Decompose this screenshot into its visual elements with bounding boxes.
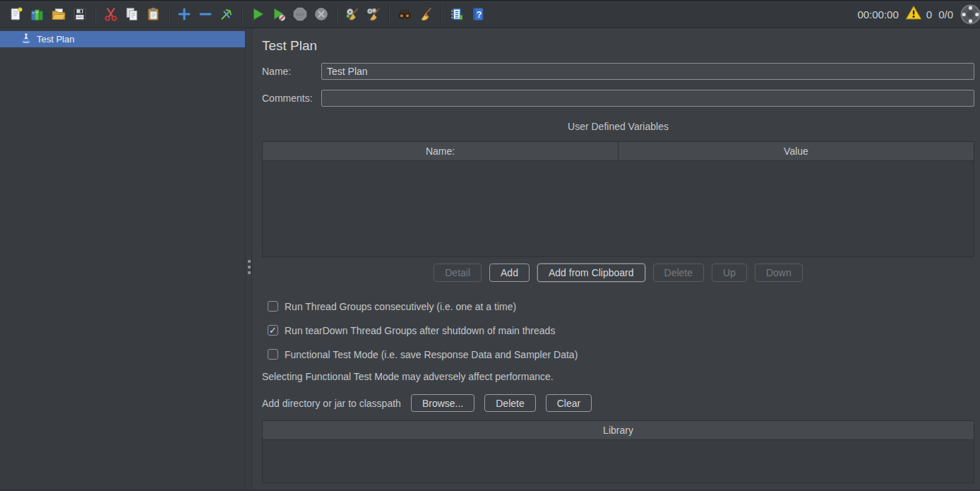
svg-text:?: ? xyxy=(477,10,482,20)
new-file-icon xyxy=(8,6,24,22)
toolbar-separator xyxy=(95,5,96,23)
udv-column-header-value: Value xyxy=(619,142,974,161)
functional-mode-checkbox[interactable] xyxy=(268,349,278,360)
clear-icon xyxy=(345,6,360,22)
thread-count: 0/0 xyxy=(938,8,953,20)
clear-button[interactable] xyxy=(342,4,363,25)
zoom-out-button[interactable] xyxy=(195,4,216,25)
save-button[interactable] xyxy=(69,4,90,25)
detail-button: Detail xyxy=(434,264,482,282)
paste-button[interactable] xyxy=(143,4,164,25)
delete-classpath-button[interactable]: Delete xyxy=(484,394,535,412)
cut-scissors-icon xyxy=(103,6,119,22)
open-folder-icon xyxy=(51,6,66,22)
paste-icon xyxy=(145,6,161,22)
stop-button: STOP xyxy=(289,4,311,25)
add-from-clipboard-button[interactable]: Add from Clipboard xyxy=(537,264,645,282)
clear-classpath-button[interactable]: Clear xyxy=(546,394,592,412)
classpath-row: Add directory or jar to classpath Browse… xyxy=(262,394,974,412)
toolbar-separator xyxy=(241,5,243,23)
templates-icon xyxy=(30,6,45,22)
udv-button-row: Detail Add Add from Clipboard Delete Up … xyxy=(262,264,974,282)
open-file-button[interactable] xyxy=(48,4,69,25)
delete-variable-button: Delete xyxy=(653,264,704,282)
help-icon: ? xyxy=(470,6,486,22)
library-column-header: Library xyxy=(263,421,974,440)
elapsed-timer: 00:00:00 xyxy=(857,8,898,20)
plus-icon xyxy=(177,6,192,22)
help-button[interactable]: ? xyxy=(467,4,489,25)
udv-column-header-name: Name: xyxy=(263,142,619,161)
library-table-body[interactable] xyxy=(263,440,974,483)
copy-button[interactable] xyxy=(121,4,143,25)
test-state-wheel-icon xyxy=(960,4,980,25)
down-button: Down xyxy=(755,264,803,282)
functional-mode-label: Functional Test Mode (i.e. save Response… xyxy=(285,349,578,360)
teardown-label: Run tearDown Thread Groups after shutdow… xyxy=(285,325,555,336)
clear-all-icon xyxy=(366,6,381,22)
toolbar-separator xyxy=(336,5,337,23)
save-icon xyxy=(72,6,88,22)
templates-button[interactable] xyxy=(27,4,48,25)
start-no-timers-button[interactable] xyxy=(268,4,289,25)
browse-button[interactable]: Browse... xyxy=(411,394,474,412)
splitter-grip[interactable] xyxy=(248,260,251,274)
toolbar-separator xyxy=(441,5,442,23)
test-plan-flask-icon xyxy=(20,32,32,46)
toolbar-separator xyxy=(388,5,390,23)
run-consecutively-checkbox[interactable] xyxy=(268,301,278,312)
broom-icon xyxy=(418,6,434,22)
comments-label: Comments: xyxy=(262,93,321,104)
warning-triangle-icon xyxy=(905,5,922,23)
function-helper-icon xyxy=(449,6,465,22)
clear-all-button[interactable] xyxy=(363,4,384,25)
add-button[interactable]: Add xyxy=(489,264,530,282)
toolbar-separator xyxy=(168,5,169,23)
warning-count: 0 xyxy=(926,8,932,20)
shutdown-icon xyxy=(313,6,329,22)
svg-text:STOP: STOP xyxy=(296,13,304,16)
test-plan-panel: Test Plan Name: Comments: User Defined V… xyxy=(252,28,980,490)
play-icon xyxy=(250,6,265,22)
search-button[interactable] xyxy=(394,4,415,25)
search-reset-button[interactable] xyxy=(415,4,436,25)
up-button: Up xyxy=(712,264,747,282)
functional-mode-option[interactable]: Functional Test Mode (i.e. save Response… xyxy=(262,348,974,360)
functional-mode-note: Selecting Functional Test Mode may adver… xyxy=(262,371,974,383)
new-file-button[interactable] xyxy=(6,4,27,25)
binoculars-icon xyxy=(397,6,412,22)
tree-item-label: Test Plan xyxy=(37,34,74,45)
toggle-elements-button[interactable] xyxy=(216,4,237,25)
log-errors-indicator[interactable]: 0 xyxy=(905,5,932,23)
udv-section-title: User Defined Variables xyxy=(262,121,974,133)
teardown-checkbox[interactable]: ✓ xyxy=(268,325,278,336)
toolbar-status-area: 00:00:00 0 0/0 xyxy=(857,4,976,25)
toggle-icon xyxy=(219,6,234,22)
teardown-option[interactable]: ✓ Run tearDown Thread Groups after shutd… xyxy=(262,324,974,336)
name-label: Name: xyxy=(262,66,321,77)
comments-input[interactable] xyxy=(321,90,974,107)
tree-item-test-plan[interactable]: Test Plan xyxy=(0,31,245,47)
page-title: Test Plan xyxy=(262,38,974,54)
function-helper-button[interactable] xyxy=(446,4,467,25)
window-body: Test Plan Test Plan Name: Comments: User… xyxy=(0,28,980,490)
cut-button[interactable] xyxy=(100,4,121,25)
toolbar: STOP ? 00:00:00 0 0/0 xyxy=(0,0,980,28)
zoom-in-button[interactable] xyxy=(174,4,195,25)
name-input[interactable] xyxy=(321,63,974,80)
start-button[interactable] xyxy=(247,4,268,25)
run-consecutively-option[interactable]: Run Thread Groups consecutively (i.e. on… xyxy=(262,300,974,312)
user-defined-variables-table: Name: Value xyxy=(262,141,974,257)
tree-splitter[interactable] xyxy=(245,28,252,490)
test-plan-tree[interactable]: Test Plan xyxy=(0,28,245,490)
shutdown-button xyxy=(311,4,332,25)
stop-icon: STOP xyxy=(292,6,308,22)
classpath-label: Add directory or jar to classpath xyxy=(262,398,401,409)
play-no-pauses-icon xyxy=(271,6,287,22)
library-table: Library xyxy=(262,420,974,483)
run-consecutively-label: Run Thread Groups consecutively (i.e. on… xyxy=(285,301,516,312)
udv-table-body[interactable] xyxy=(263,161,974,257)
minus-icon xyxy=(198,6,213,22)
copy-icon xyxy=(124,6,140,22)
